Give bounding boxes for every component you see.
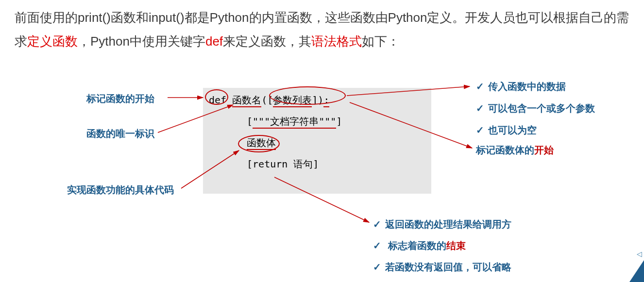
check-return-result: 返回函数的处理结果给调用方: [373, 218, 511, 231]
code-doc-txt: 文档字符串: [270, 116, 319, 127]
intro-text-1d: 如下：: [362, 34, 400, 49]
ellipse-def: [205, 89, 228, 105]
annotation-unique-id: 函数的唯一标识: [86, 127, 154, 140]
ellipse-params: [269, 86, 346, 105]
code-ret-txt: 语句: [288, 158, 313, 170]
code-ret-kw: return: [253, 158, 288, 170]
intro-red-2: def: [205, 34, 223, 49]
intro-text-1b: ，Python中使用关键字: [78, 34, 205, 49]
code-doc-q1: """: [253, 116, 270, 127]
check-return-omit: 若函数没有返回值，可以省略: [373, 261, 511, 274]
body-start-red: 开始: [534, 145, 554, 155]
code-line-4: [return 语句]: [209, 157, 425, 171]
check-param-multi: 可以包含一个或多个参数: [476, 102, 595, 115]
return-end-red: 结束: [446, 240, 466, 251]
intro-red-3: 语法格式: [311, 34, 362, 49]
code-ret-r: ]: [313, 158, 319, 170]
return-end-pre: 标志着函数的: [388, 240, 446, 251]
ellipse-body: [238, 135, 280, 152]
check-param-empty: 也可以为空: [476, 124, 537, 137]
intro-text-1c: 来定义函数，其: [223, 34, 311, 49]
corner-decoration: [629, 260, 644, 282]
code-doc-l: [: [247, 116, 253, 127]
code-lp: (: [261, 94, 267, 106]
body-start-pre: 标记函数体的: [476, 145, 534, 155]
code-doc-q2: """: [319, 116, 336, 127]
intro-red-1: 定义函数: [27, 34, 78, 49]
annotation-body-code: 实现函数功能的具体代码: [67, 183, 174, 197]
code-ret-l: [: [247, 158, 253, 170]
code-doc-r: ]: [336, 116, 342, 127]
check-return-end: 标志着函数的结束: [373, 239, 466, 252]
code-funcname: 函数名: [232, 94, 261, 107]
annotation-body-start: 标记函数体的开始: [476, 144, 554, 157]
corner-triangle-icon: ◁: [637, 250, 642, 258]
intro-paragraph: 前面使用的print()函数和input()都是Python的内置函数，这些函数…: [0, 0, 644, 54]
annotation-def-start: 标记函数的开始: [86, 92, 154, 105]
check-param-data: 传入函数中的数据: [476, 80, 566, 93]
code-line-2: ["""文档字符串"""]: [209, 114, 425, 129]
